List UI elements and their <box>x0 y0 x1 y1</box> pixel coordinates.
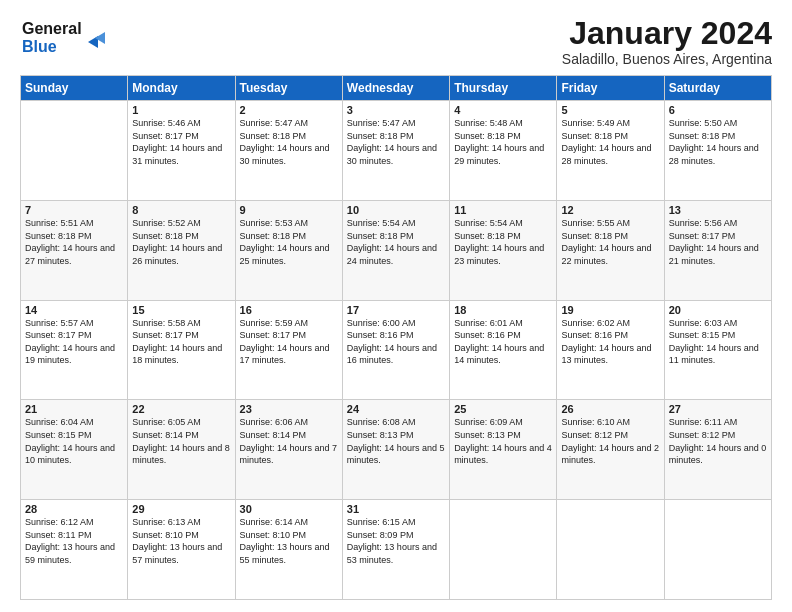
day-number: 1 <box>132 104 230 116</box>
day-number: 28 <box>25 503 123 515</box>
logo: General Blue <box>20 16 110 60</box>
calendar-cell: 24Sunrise: 6:08 AMSunset: 8:13 PMDayligh… <box>342 400 449 500</box>
subtitle: Saladillo, Buenos Aires, Argentina <box>562 51 772 67</box>
day-info: Sunrise: 5:54 AMSunset: 8:18 PMDaylight:… <box>454 217 552 267</box>
day-info: Sunrise: 6:00 AMSunset: 8:16 PMDaylight:… <box>347 317 445 367</box>
week-row-0: 1Sunrise: 5:46 AMSunset: 8:17 PMDaylight… <box>21 101 772 201</box>
day-info: Sunrise: 5:50 AMSunset: 8:18 PMDaylight:… <box>669 117 767 167</box>
day-number: 26 <box>561 403 659 415</box>
day-info: Sunrise: 6:10 AMSunset: 8:12 PMDaylight:… <box>561 416 659 466</box>
day-number: 3 <box>347 104 445 116</box>
day-info: Sunrise: 6:05 AMSunset: 8:14 PMDaylight:… <box>132 416 230 466</box>
day-info: Sunrise: 6:15 AMSunset: 8:09 PMDaylight:… <box>347 516 445 566</box>
day-info: Sunrise: 6:04 AMSunset: 8:15 PMDaylight:… <box>25 416 123 466</box>
day-number: 23 <box>240 403 338 415</box>
day-number: 13 <box>669 204 767 216</box>
day-info: Sunrise: 6:01 AMSunset: 8:16 PMDaylight:… <box>454 317 552 367</box>
day-number: 12 <box>561 204 659 216</box>
calendar-cell: 16Sunrise: 5:59 AMSunset: 8:17 PMDayligh… <box>235 300 342 400</box>
day-number: 16 <box>240 304 338 316</box>
calendar-cell: 14Sunrise: 5:57 AMSunset: 8:17 PMDayligh… <box>21 300 128 400</box>
week-row-2: 14Sunrise: 5:57 AMSunset: 8:17 PMDayligh… <box>21 300 772 400</box>
day-info: Sunrise: 6:13 AMSunset: 8:10 PMDaylight:… <box>132 516 230 566</box>
week-row-1: 7Sunrise: 5:51 AMSunset: 8:18 PMDaylight… <box>21 200 772 300</box>
day-info: Sunrise: 6:14 AMSunset: 8:10 PMDaylight:… <box>240 516 338 566</box>
calendar: SundayMondayTuesdayWednesdayThursdayFrid… <box>20 75 772 600</box>
calendar-cell <box>450 500 557 600</box>
day-info: Sunrise: 5:56 AMSunset: 8:17 PMDaylight:… <box>669 217 767 267</box>
day-number: 7 <box>25 204 123 216</box>
calendar-cell: 5Sunrise: 5:49 AMSunset: 8:18 PMDaylight… <box>557 101 664 201</box>
calendar-cell: 15Sunrise: 5:58 AMSunset: 8:17 PMDayligh… <box>128 300 235 400</box>
day-info: Sunrise: 5:52 AMSunset: 8:18 PMDaylight:… <box>132 217 230 267</box>
header-cell-thursday: Thursday <box>450 76 557 101</box>
day-info: Sunrise: 6:08 AMSunset: 8:13 PMDaylight:… <box>347 416 445 466</box>
day-info: Sunrise: 5:47 AMSunset: 8:18 PMDaylight:… <box>347 117 445 167</box>
week-row-3: 21Sunrise: 6:04 AMSunset: 8:15 PMDayligh… <box>21 400 772 500</box>
calendar-cell: 26Sunrise: 6:10 AMSunset: 8:12 PMDayligh… <box>557 400 664 500</box>
day-number: 24 <box>347 403 445 415</box>
title-block: January 2024 Saladillo, Buenos Aires, Ar… <box>562 16 772 67</box>
calendar-cell: 7Sunrise: 5:51 AMSunset: 8:18 PMDaylight… <box>21 200 128 300</box>
header-cell-monday: Monday <box>128 76 235 101</box>
day-number: 15 <box>132 304 230 316</box>
calendar-cell: 27Sunrise: 6:11 AMSunset: 8:12 PMDayligh… <box>664 400 771 500</box>
calendar-table: SundayMondayTuesdayWednesdayThursdayFrid… <box>20 75 772 600</box>
day-info: Sunrise: 5:59 AMSunset: 8:17 PMDaylight:… <box>240 317 338 367</box>
day-number: 8 <box>132 204 230 216</box>
day-info: Sunrise: 5:53 AMSunset: 8:18 PMDaylight:… <box>240 217 338 267</box>
day-number: 31 <box>347 503 445 515</box>
calendar-cell: 25Sunrise: 6:09 AMSunset: 8:13 PMDayligh… <box>450 400 557 500</box>
day-number: 21 <box>25 403 123 415</box>
header-row: SundayMondayTuesdayWednesdayThursdayFrid… <box>21 76 772 101</box>
header-cell-wednesday: Wednesday <box>342 76 449 101</box>
calendar-cell <box>21 101 128 201</box>
day-info: Sunrise: 5:58 AMSunset: 8:17 PMDaylight:… <box>132 317 230 367</box>
day-number: 17 <box>347 304 445 316</box>
day-number: 27 <box>669 403 767 415</box>
day-number: 18 <box>454 304 552 316</box>
logo-svg: General Blue <box>20 16 110 60</box>
calendar-cell: 29Sunrise: 6:13 AMSunset: 8:10 PMDayligh… <box>128 500 235 600</box>
week-row-4: 28Sunrise: 6:12 AMSunset: 8:11 PMDayligh… <box>21 500 772 600</box>
calendar-body: 1Sunrise: 5:46 AMSunset: 8:17 PMDaylight… <box>21 101 772 600</box>
day-info: Sunrise: 5:54 AMSunset: 8:18 PMDaylight:… <box>347 217 445 267</box>
header-cell-sunday: Sunday <box>21 76 128 101</box>
day-info: Sunrise: 6:02 AMSunset: 8:16 PMDaylight:… <box>561 317 659 367</box>
calendar-cell: 12Sunrise: 5:55 AMSunset: 8:18 PMDayligh… <box>557 200 664 300</box>
day-info: Sunrise: 6:03 AMSunset: 8:15 PMDaylight:… <box>669 317 767 367</box>
day-number: 11 <box>454 204 552 216</box>
calendar-cell: 13Sunrise: 5:56 AMSunset: 8:17 PMDayligh… <box>664 200 771 300</box>
day-number: 2 <box>240 104 338 116</box>
calendar-cell: 11Sunrise: 5:54 AMSunset: 8:18 PMDayligh… <box>450 200 557 300</box>
page: General Blue January 2024 Saladillo, Bue… <box>0 0 792 612</box>
day-number: 10 <box>347 204 445 216</box>
day-number: 9 <box>240 204 338 216</box>
calendar-cell: 10Sunrise: 5:54 AMSunset: 8:18 PMDayligh… <box>342 200 449 300</box>
svg-text:Blue: Blue <box>22 38 57 55</box>
calendar-cell: 3Sunrise: 5:47 AMSunset: 8:18 PMDaylight… <box>342 101 449 201</box>
day-info: Sunrise: 6:12 AMSunset: 8:11 PMDaylight:… <box>25 516 123 566</box>
calendar-cell: 30Sunrise: 6:14 AMSunset: 8:10 PMDayligh… <box>235 500 342 600</box>
day-info: Sunrise: 5:47 AMSunset: 8:18 PMDaylight:… <box>240 117 338 167</box>
day-number: 19 <box>561 304 659 316</box>
header-cell-saturday: Saturday <box>664 76 771 101</box>
calendar-cell: 19Sunrise: 6:02 AMSunset: 8:16 PMDayligh… <box>557 300 664 400</box>
calendar-cell: 20Sunrise: 6:03 AMSunset: 8:15 PMDayligh… <box>664 300 771 400</box>
calendar-cell: 4Sunrise: 5:48 AMSunset: 8:18 PMDaylight… <box>450 101 557 201</box>
day-number: 29 <box>132 503 230 515</box>
day-info: Sunrise: 6:09 AMSunset: 8:13 PMDaylight:… <box>454 416 552 466</box>
calendar-cell: 8Sunrise: 5:52 AMSunset: 8:18 PMDaylight… <box>128 200 235 300</box>
calendar-cell: 17Sunrise: 6:00 AMSunset: 8:16 PMDayligh… <box>342 300 449 400</box>
day-info: Sunrise: 6:06 AMSunset: 8:14 PMDaylight:… <box>240 416 338 466</box>
calendar-cell <box>664 500 771 600</box>
day-info: Sunrise: 5:49 AMSunset: 8:18 PMDaylight:… <box>561 117 659 167</box>
day-number: 22 <box>132 403 230 415</box>
calendar-cell: 1Sunrise: 5:46 AMSunset: 8:17 PMDaylight… <box>128 101 235 201</box>
calendar-cell: 22Sunrise: 6:05 AMSunset: 8:14 PMDayligh… <box>128 400 235 500</box>
calendar-header: SundayMondayTuesdayWednesdayThursdayFrid… <box>21 76 772 101</box>
calendar-cell <box>557 500 664 600</box>
day-number: 25 <box>454 403 552 415</box>
day-number: 14 <box>25 304 123 316</box>
day-info: Sunrise: 5:55 AMSunset: 8:18 PMDaylight:… <box>561 217 659 267</box>
